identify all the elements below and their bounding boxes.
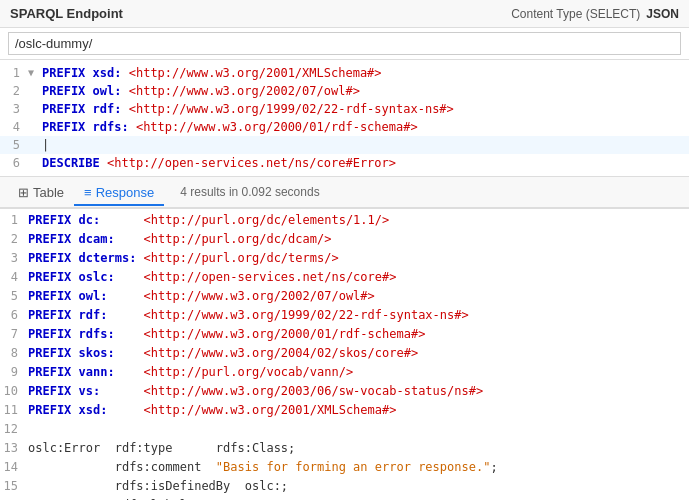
line-number: 4: [0, 119, 28, 135]
result-line-content: rdfs:comment "Basis for forming an error…: [28, 459, 689, 476]
code-token: <http://www.w3.org/1999/02/22-rdf-syntax…: [129, 102, 454, 116]
response-icon: ≡: [84, 185, 92, 200]
result-line: 1PREFIX dc: <http://purl.org/dc/elements…: [0, 211, 689, 230]
result-line-content: PREFIX dcam: <http://purl.org/dc/dcam/>: [28, 231, 689, 248]
line-content: PREFIX rdfs: <http://www.w3.org/2000/01/…: [42, 119, 689, 135]
result-line-number: 1: [0, 212, 28, 229]
result-token: PREFIX rdf:: [28, 308, 144, 322]
line-content: DESCRIBE <http://open-services.net/ns/co…: [42, 155, 689, 171]
result-token: <http://www.w3.org/1999/02/22-rdf-syntax…: [144, 308, 469, 322]
line-marker: ▼: [28, 65, 42, 81]
result-line-number: 13: [0, 440, 28, 457]
code-token: PREFIX owl:: [42, 84, 129, 98]
content-type-label: Content Type (SELECT): [511, 7, 640, 21]
endpoint-input[interactable]: [8, 32, 681, 55]
result-token: <http://purl.org/vocab/vann/>: [144, 365, 354, 379]
result-token: PREFIX vs:: [28, 384, 144, 398]
result-line-content: PREFIX rdfs: <http://www.w3.org/2000/01/…: [28, 326, 689, 343]
result-line: 9PREFIX vann: <http://purl.org/vocab/van…: [0, 363, 689, 382]
result-line: 14 rdfs:comment "Basis for forming an er…: [0, 458, 689, 477]
result-line: 2PREFIX dcam: <http://purl.org/dc/dcam/>: [0, 230, 689, 249]
tab-table[interactable]: ⊞ Table: [8, 181, 74, 206]
endpoint-area: [0, 28, 689, 60]
content-type-value: JSON: [646, 7, 679, 21]
result-token: <http://purl.org/dc/dcam/>: [144, 232, 332, 246]
result-token: <http://purl.org/dc/elements/1.1/>: [144, 213, 390, 227]
result-token: PREFIX dc:: [28, 213, 144, 227]
code-token: DESCRIBE: [42, 156, 107, 170]
code-token: <http://www.w3.org/2001/XMLSchema#>: [129, 66, 382, 80]
tab-table-label: Table: [33, 185, 64, 200]
code-token: <http://open-services.net/ns/core#Error>: [107, 156, 396, 170]
result-token: ;: [490, 460, 497, 474]
result-line-number: 6: [0, 307, 28, 324]
result-line-content: PREFIX dcterms: <http://purl.org/dc/term…: [28, 250, 689, 267]
query-line: 6DESCRIBE <http://open-services.net/ns/c…: [0, 154, 689, 172]
result-line: 8PREFIX skos: <http://www.w3.org/2004/02…: [0, 344, 689, 363]
table-icon: ⊞: [18, 185, 29, 200]
result-line-number: 4: [0, 269, 28, 286]
code-token: <http://www.w3.org/2002/07/owl#>: [129, 84, 360, 98]
result-line: 15 rdfs:isDefinedBy oslc:;: [0, 477, 689, 496]
result-line-number: 11: [0, 402, 28, 419]
result-line-content: oslc:Error rdf:type rdfs:Class;: [28, 440, 689, 457]
result-token: rdfs:isDefinedBy oslc:;: [28, 479, 288, 493]
code-token: |: [42, 138, 49, 152]
line-content: PREFIX rdf: <http://www.w3.org/1999/02/2…: [42, 101, 689, 117]
result-token: <http://www.w3.org/2002/07/owl#>: [144, 289, 375, 303]
result-token: PREFIX skos:: [28, 346, 144, 360]
result-token: PREFIX dcterms:: [28, 251, 144, 265]
query-editor[interactable]: 1▼PREFIX xsd: <http://www.w3.org/2001/XM…: [0, 60, 689, 177]
result-token: rdfs:comment: [28, 460, 216, 474]
code-token: <http://www.w3.org/2000/01/rdf-schema#>: [136, 120, 418, 134]
content-type-section: Content Type (SELECT) JSON: [511, 7, 679, 21]
query-line: 4PREFIX rdfs: <http://www.w3.org/2000/01…: [0, 118, 689, 136]
query-line: 3PREFIX rdf: <http://www.w3.org/1999/02/…: [0, 100, 689, 118]
result-token: PREFIX xsd:: [28, 403, 144, 417]
tab-response[interactable]: ≡ Response: [74, 181, 164, 206]
result-line-number: 15: [0, 478, 28, 495]
line-number: 2: [0, 83, 28, 99]
result-token: PREFIX rdfs:: [28, 327, 144, 341]
results-area[interactable]: 1PREFIX dc: <http://purl.org/dc/elements…: [0, 209, 689, 500]
result-line-content: PREFIX vann: <http://purl.org/vocab/vann…: [28, 364, 689, 381]
result-token: <http://www.w3.org/2001/XMLSchema#>: [144, 403, 397, 417]
result-line-number: 12: [0, 421, 28, 438]
result-token: <http://open-services.net/ns/core#>: [144, 270, 397, 284]
line-number: 3: [0, 101, 28, 117]
result-line: 12: [0, 420, 689, 439]
query-line: 2PREFIX owl: <http://www.w3.org/2002/07/…: [0, 82, 689, 100]
results-info: 4 results in 0.092 seconds: [180, 185, 319, 199]
result-line-content: PREFIX dc: <http://purl.org/dc/elements/…: [28, 212, 689, 229]
result-token: <http://www.w3.org/2004/02/skos/core#>: [144, 346, 419, 360]
result-line-number: 8: [0, 345, 28, 362]
result-line-number: 2: [0, 231, 28, 248]
result-token: <http://www.w3.org/2003/06/sw-vocab-stat…: [144, 384, 484, 398]
result-line-number: 7: [0, 326, 28, 343]
query-line: 1▼PREFIX xsd: <http://www.w3.org/2001/XM…: [0, 64, 689, 82]
result-token: <http://www.w3.org/2000/01/rdf-schema#>: [144, 327, 426, 341]
result-line: 13oslc:Error rdf:type rdfs:Class;: [0, 439, 689, 458]
result-token: PREFIX owl:: [28, 289, 144, 303]
result-token: <http://purl.org/dc/terms/>: [144, 251, 339, 265]
result-line: 4PREFIX oslc: <http://open-services.net/…: [0, 268, 689, 287]
line-content: |: [42, 137, 689, 153]
result-line-content: PREFIX owl: <http://www.w3.org/2002/07/o…: [28, 288, 689, 305]
result-line: 10PREFIX vs: <http://www.w3.org/2003/06/…: [0, 382, 689, 401]
result-token: PREFIX vann:: [28, 365, 144, 379]
tabs-bar: ⊞ Table ≡ Response 4 results in 0.092 se…: [0, 177, 689, 209]
query-line: 5|: [0, 136, 689, 154]
line-number: 6: [0, 155, 28, 171]
result-line-number: 14: [0, 459, 28, 476]
result-line: 3PREFIX dcterms: <http://purl.org/dc/ter…: [0, 249, 689, 268]
code-token: PREFIX rdfs:: [42, 120, 136, 134]
line-number: 5: [0, 137, 28, 153]
result-line-content: PREFIX oslc: <http://open-services.net/n…: [28, 269, 689, 286]
result-line: 16 rdfs:label "Error" .: [0, 496, 689, 500]
result-line: 5PREFIX owl: <http://www.w3.org/2002/07/…: [0, 287, 689, 306]
line-number: 1: [0, 65, 28, 81]
result-token: PREFIX dcam:: [28, 232, 144, 246]
result-line: 7PREFIX rdfs: <http://www.w3.org/2000/01…: [0, 325, 689, 344]
result-line-content: PREFIX skos: <http://www.w3.org/2004/02/…: [28, 345, 689, 362]
result-line-content: rdfs:isDefinedBy oslc:;: [28, 478, 689, 495]
